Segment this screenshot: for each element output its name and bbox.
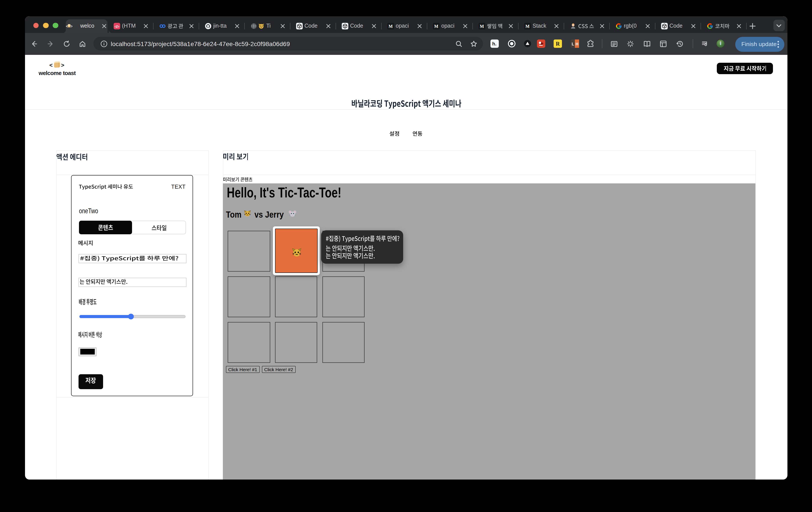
svg-text:>: > bbox=[70, 24, 72, 29]
svg-text:L: L bbox=[572, 42, 574, 46]
svg-text:M: M bbox=[434, 24, 438, 29]
svg-text:M: M bbox=[389, 24, 393, 29]
svg-text:M: M bbox=[480, 24, 484, 29]
svg-text:M: M bbox=[526, 24, 530, 29]
svg-text:H: H bbox=[576, 42, 578, 46]
svg-text:‹z›: ‹z› bbox=[115, 24, 119, 29]
svg-text:<: < bbox=[66, 24, 68, 29]
svg-text:h.: h. bbox=[492, 41, 496, 47]
svg-text:R: R bbox=[556, 41, 560, 47]
